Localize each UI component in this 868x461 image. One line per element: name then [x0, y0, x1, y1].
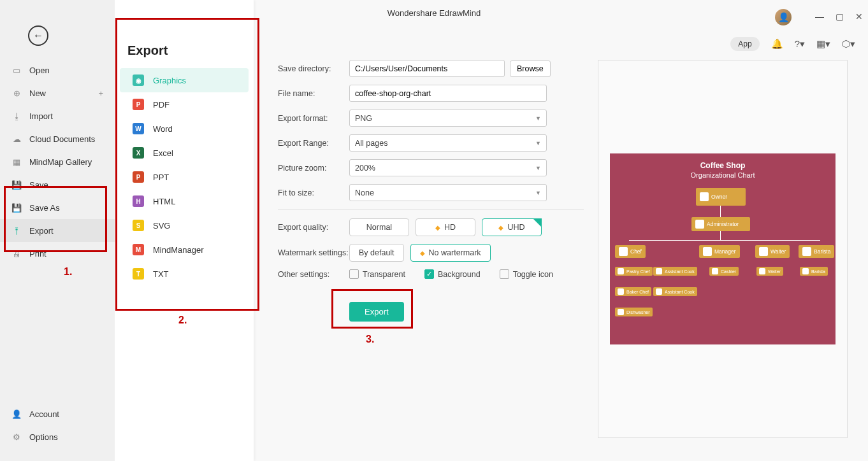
watermark-default[interactable]: By default	[349, 244, 404, 262]
corner-check-icon	[533, 218, 542, 227]
export-svg[interactable]: SSVG	[120, 213, 249, 238]
menu-save-as-label: Save As	[29, 203, 60, 213]
zoom-label: Picture zoom:	[278, 164, 349, 173]
menu-new[interactable]: ⊕New+	[0, 82, 115, 104]
folder-icon: ▭	[11, 65, 22, 75]
export-excel[interactable]: XExcel	[120, 141, 249, 165]
avatar-icon	[703, 247, 712, 256]
node-dishwasher-label: Dishwasher	[626, 310, 650, 315]
menu-gallery[interactable]: ▦MindMap Gallery	[0, 150, 115, 173]
connector	[720, 206, 721, 217]
menu-print[interactable]: 🖨Print	[0, 242, 115, 265]
connector	[629, 240, 820, 241]
node-baker-label: Baker Chef	[626, 290, 649, 294]
close-button[interactable]: ✕	[855, 11, 863, 22]
pdf-icon: P	[133, 99, 144, 110]
avatar-icon	[759, 247, 768, 256]
menu-save-as[interactable]: 💾Save As	[0, 196, 115, 219]
chk-toggle-label: Toggle icon	[513, 270, 553, 279]
annotation-1: 1.	[64, 266, 72, 278]
quality-normal[interactable]: Normal	[349, 218, 409, 236]
chk-background[interactable]: ✓Background	[424, 269, 481, 279]
node-waiter: Waiter	[755, 245, 790, 258]
node-chef-label: Chef	[630, 248, 642, 255]
menu-import-label: Import	[29, 111, 53, 121]
chart-title: Coffee Shop	[618, 161, 828, 170]
import-icon: ⭳	[11, 111, 22, 121]
node-barista2-label: Barista	[811, 269, 825, 274]
node-dishwasher: Dishwasher	[615, 308, 653, 316]
maximize-button[interactable]: ▢	[835, 11, 844, 22]
node-owner: Owner	[696, 188, 746, 206]
export-button[interactable]: Export	[349, 302, 404, 322]
chevron-down-icon: ▼	[535, 165, 541, 171]
browse-button[interactable]: Browse	[510, 60, 551, 77]
export-txt[interactable]: TTXT	[120, 262, 249, 286]
export-format-panel: Export ◉Graphics PPDF WWord XExcel PPPT …	[115, 0, 254, 461]
quality-hd[interactable]: HD	[416, 218, 475, 236]
chk-toggle-icon[interactable]: Toggle icon	[500, 269, 553, 279]
menu-import[interactable]: ⭳Import	[0, 104, 115, 127]
range-value: All pages	[355, 139, 387, 148]
save-dir-input[interactable]	[349, 60, 505, 77]
menu-open[interactable]: ▭Open	[0, 59, 115, 82]
zoom-select[interactable]: 200%▼	[349, 159, 547, 176]
shirt-icon[interactable]: ⬡▾	[842, 38, 855, 50]
checkbox-checked-icon: ✓	[424, 269, 434, 279]
export-ppt-label: PPT	[153, 173, 169, 182]
plus-circle-icon: ⊕	[11, 88, 22, 98]
menu-save[interactable]: 💾Save	[0, 173, 115, 196]
export-pdf[interactable]: PPDF	[120, 92, 249, 117]
quality-uhd[interactable]: UHD	[482, 218, 542, 236]
menu-export[interactable]: ⭱Export	[0, 219, 115, 242]
export-mindmanager[interactable]: MMindManager	[120, 238, 249, 262]
user-avatar[interactable]: 👤	[775, 9, 792, 25]
avatar-icon	[618, 268, 624, 274]
export-html[interactable]: HHTML	[120, 189, 249, 213]
bell-icon[interactable]: 🔔	[771, 38, 783, 50]
back-button[interactable]: ←	[28, 25, 48, 46]
watermark-none[interactable]: No wartermark	[410, 244, 491, 262]
mindmanager-icon: M	[133, 244, 144, 255]
menu-cloud-label: Cloud Documents	[29, 134, 95, 144]
avatar-icon	[619, 247, 628, 256]
filename-input[interactable]	[349, 85, 547, 102]
grid-icon[interactable]: ▦▾	[816, 38, 830, 50]
app-pill[interactable]: App	[730, 37, 759, 51]
export-icon: ⭱	[11, 225, 22, 236]
node-asst-cook2: Assistant Cook	[653, 287, 697, 296]
excel-icon: X	[133, 147, 144, 159]
menu-cloud[interactable]: ☁Cloud Documents	[0, 127, 115, 150]
svg-icon: S	[133, 220, 144, 231]
plus-icon[interactable]: +	[98, 89, 103, 98]
export-graphics[interactable]: ◉Graphics	[120, 68, 249, 92]
help-icon[interactable]: ?▾	[795, 38, 805, 50]
export-graphics-label: Graphics	[153, 76, 186, 85]
ppt-icon: P	[133, 171, 144, 183]
menu-gallery-label: MindMap Gallery	[29, 157, 92, 167]
gear-icon: ⚙	[11, 432, 22, 442]
menu-account[interactable]: 👤Account	[0, 402, 115, 425]
avatar-icon	[656, 288, 662, 295]
app-title: Wondershare EdrawMind	[387, 8, 481, 18]
menu-save-label: Save	[29, 180, 48, 190]
export-word[interactable]: WWord	[120, 117, 249, 141]
node-cashier-label: Cashier	[721, 269, 736, 274]
node-chef: Chef	[615, 245, 646, 258]
export-ppt[interactable]: PPPT	[120, 165, 249, 189]
avatar-icon	[618, 288, 624, 295]
fit-select[interactable]: None▼	[349, 184, 547, 201]
annotation-3: 3.	[366, 334, 374, 345]
export-txt-label: TXT	[153, 269, 169, 279]
chevron-down-icon: ▼	[535, 115, 541, 122]
format-select[interactable]: PNG▼	[349, 110, 547, 127]
menu-account-label: Account	[29, 409, 59, 419]
chk-transparent[interactable]: Transparent	[349, 269, 405, 279]
node-barista: Barista	[799, 245, 834, 258]
export-form: Save directory: Browse File name: Export…	[278, 60, 584, 322]
range-select[interactable]: All pages▼	[349, 134, 547, 152]
zoom-value: 200%	[355, 164, 375, 173]
minimize-button[interactable]: —	[815, 11, 824, 22]
menu-options[interactable]: ⚙Options	[0, 425, 115, 448]
export-html-label: HTML	[153, 197, 175, 206]
